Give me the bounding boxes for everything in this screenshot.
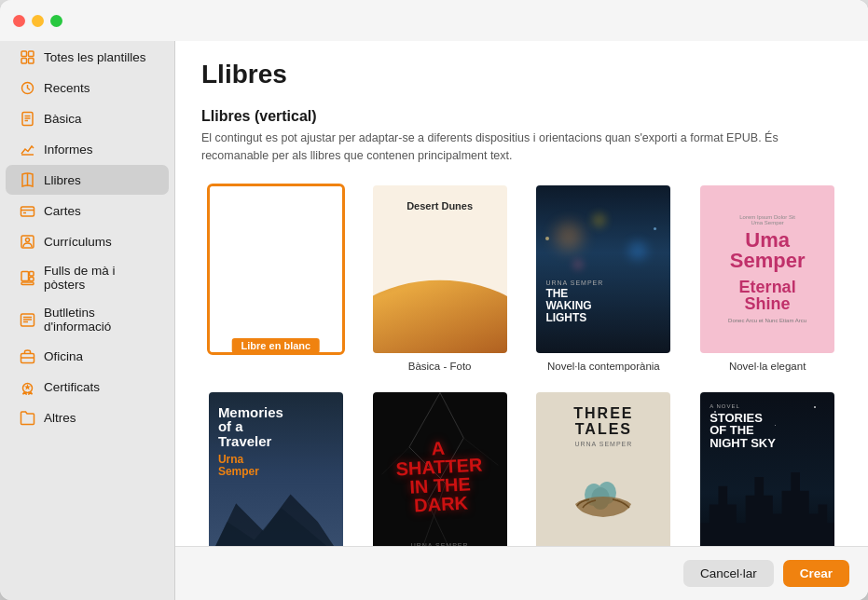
newsletter-icon <box>19 311 35 328</box>
sidebar-item-recents[interactable]: Recents <box>6 73 169 102</box>
app-window: Totes les plantilles Recents <box>0 0 868 600</box>
sidebar-item-certificates[interactable]: Certificats <box>6 372 169 402</box>
svg-rect-18 <box>29 277 34 280</box>
svg-rect-16 <box>21 271 29 280</box>
sidebar-label: Fulls de mà i pòsters <box>44 264 156 292</box>
certificate-icon <box>19 378 35 395</box>
sidebar-label: Certificats <box>44 380 100 394</box>
maximize-button[interactable] <box>50 15 62 27</box>
chart-icon <box>19 141 35 157</box>
template-eternal[interactable]: Lorem Ipsum Dolor SitUma Semper UmaSempe… <box>693 184 842 372</box>
sidebar-label: Currículums <box>44 235 112 249</box>
svg-rect-3 <box>28 58 34 63</box>
template-waking-lights[interactable]: Urna Semper THEWAKINGLIGHTS Novel·la con… <box>530 184 679 372</box>
person-icon <box>19 233 35 250</box>
sidebar-label: Recents <box>44 81 90 95</box>
minimize-button[interactable] <box>32 15 44 27</box>
svg-rect-0 <box>21 51 27 57</box>
book-icon <box>19 171 35 188</box>
sidebar-label: Bàsica <box>44 112 82 126</box>
clock-icon <box>19 79 35 96</box>
sidebar-item-curriculums[interactable]: Currículums <box>6 226 169 256</box>
folder-icon <box>19 409 35 426</box>
sidebar-item-basic[interactable]: Bàsica <box>6 103 169 133</box>
template-thumb-memories: Memoriesof aTraveler UrnaSemper <box>207 390 345 562</box>
sidebar-label: Oficina <box>44 349 83 363</box>
template-label-eternal: Novel·la elegant <box>729 361 806 372</box>
sidebar-label: Totes les plantilles <box>44 50 146 64</box>
sidebar: Totes les plantilles Recents <box>0 0 175 600</box>
sidebar-label: Cartes <box>44 204 81 218</box>
briefcase-icon <box>19 348 35 364</box>
sidebar-item-newsletters[interactable]: Butlletins d'informació <box>6 299 169 340</box>
sidebar-item-others[interactable]: Altres <box>6 402 169 432</box>
page-title: Llibres <box>201 60 842 89</box>
sidebar-item-all-templates[interactable]: Totes les plantilles <box>6 42 169 72</box>
svg-rect-19 <box>21 282 34 285</box>
template-blank[interactable]: Libre en blanc <box>201 184 351 372</box>
grid-icon <box>19 48 35 65</box>
poster-icon <box>19 269 35 286</box>
doc-icon <box>19 110 35 127</box>
section-description: El contingut es pot ajustar per adaptar-… <box>201 130 835 165</box>
titlebar <box>0 0 868 41</box>
main-content: Llibres Llibres (vertical) El contingut … <box>175 41 868 600</box>
main-panel: ‹ Llibres Llibres (vertical) El contingu… <box>175 0 868 600</box>
svg-line-32 <box>440 392 463 438</box>
sidebar-label: Llibres <box>44 173 81 187</box>
template-thumb-night-sky: A Novel STORIESOF THENIGHT SKY URNA SEMP… <box>698 390 836 562</box>
svg-point-15 <box>25 238 29 241</box>
bottom-bar: Cancel·lar Crear <box>175 546 868 600</box>
section-title: Llibres (vertical) <box>201 108 842 125</box>
sidebar-item-reports[interactable]: Informes <box>6 134 169 164</box>
cancel-button[interactable]: Cancel·lar <box>683 560 774 587</box>
sidebar-item-cards[interactable]: Cartes <box>6 196 169 225</box>
close-button[interactable] <box>13 15 25 27</box>
template-thumb-waking-lights: Urna Semper THEWAKINGLIGHTS <box>534 184 672 355</box>
template-label-waking-lights: Novel·la contemporània <box>547 361 660 372</box>
template-desert-dunes[interactable]: Desert Dunes Bàsica - Foto <box>365 184 515 372</box>
create-button[interactable]: Crear <box>783 560 849 587</box>
svg-rect-1 <box>28 51 34 57</box>
traffic-lights <box>13 15 62 27</box>
sidebar-item-books[interactable]: Llibres <box>6 165 169 195</box>
template-thumb-blank: Libre en blanc <box>207 184 345 355</box>
template-thumb-three-tales: THREETALES URNA SEMPER <box>534 390 672 562</box>
templates-grid: Libre en blanc Desert Dunes Bàsica - Fot… <box>201 184 842 601</box>
sidebar-item-office[interactable]: Oficina <box>6 341 169 371</box>
sidebar-label: Informes <box>44 143 93 157</box>
svg-rect-17 <box>29 271 34 276</box>
sidebar-label: Altres <box>44 411 76 425</box>
sidebar-label: Butlletins d'informació <box>44 306 156 334</box>
template-thumb-eternal: Lorem Ipsum Dolor SitUma Semper UmaSempe… <box>698 184 836 355</box>
svg-rect-2 <box>21 58 27 63</box>
template-thumb-desert-dunes: Desert Dunes <box>371 184 509 355</box>
sidebar-item-handouts[interactable]: Fulls de mà i pòsters <box>6 257 169 298</box>
template-label-desert-dunes: Bàsica - Foto <box>408 361 472 372</box>
card-icon <box>19 202 35 219</box>
blank-preview <box>210 186 342 352</box>
blank-badge: Libre en blanc <box>232 338 321 353</box>
template-thumb-shatter: ASHATTERIN THEDARK URNA SEMPER <box>371 390 509 562</box>
svg-rect-11 <box>21 207 34 216</box>
